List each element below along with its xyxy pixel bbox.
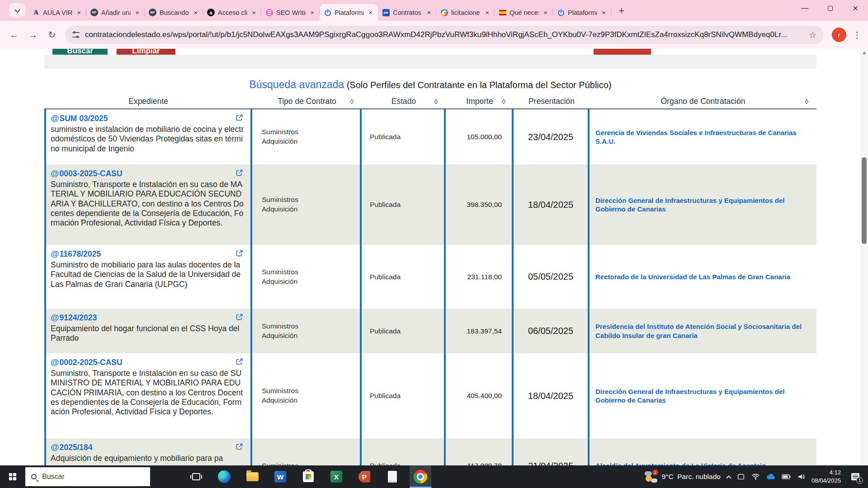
browser-menu-icon[interactable]: ⋮ (852, 30, 863, 40)
tipo-cell: SuministrosAdquisición (252, 309, 362, 353)
close-icon[interactable]: × (250, 9, 257, 16)
close-icon[interactable]: × (75, 9, 82, 16)
external-link-icon[interactable] (236, 169, 243, 178)
organo-link[interactable]: Gerencia de Viviendas Sociales e Infraes… (595, 128, 810, 146)
scroll-up-arrow-icon[interactable] (860, 49, 868, 57)
tab-anadir-una[interactable]: RP Añadir una × (86, 4, 145, 21)
close-icon[interactable]: × (134, 9, 141, 16)
taskbar-search-box[interactable]: Buscar (25, 467, 150, 486)
results-title: Búsqueda avanzada (Solo Perfiles del Con… (44, 79, 816, 91)
sort-icon[interactable]: ◊ (350, 98, 354, 105)
forward-button[interactable]: → (24, 26, 42, 43)
page-scrollbar[interactable] (860, 49, 868, 465)
busqueda-avanzada-link[interactable]: Búsqueda avanzada (249, 79, 344, 90)
organo-cell: Dirección General de Infraestructuras y … (590, 353, 816, 438)
volume-icon[interactable] (797, 473, 805, 480)
powerpoint-button[interactable]: P (354, 465, 375, 488)
tab-plataforma-active[interactable]: Plataforma × (320, 4, 378, 21)
at-icon: @ (51, 313, 59, 322)
wifi-icon[interactable] (751, 473, 760, 480)
onedrive-icon[interactable] (766, 474, 775, 480)
chrome-icon (414, 470, 427, 483)
rp-icon: RP (149, 9, 156, 16)
tray-expand-icon[interactable] (726, 475, 731, 480)
a-circle-icon: a (207, 9, 215, 16)
action-center-button[interactable]: 1 (847, 465, 863, 488)
estado-cell: Publicada (362, 438, 446, 465)
organo-link[interactable]: Presidencia del Instituto de Atención So… (595, 322, 810, 340)
reload-button[interactable]: ↻ (43, 26, 61, 43)
back-button[interactable]: ← (5, 26, 23, 43)
new-tab-button[interactable]: + (615, 5, 628, 17)
excel-button[interactable]: X (326, 465, 347, 488)
minimize-button[interactable]: — (792, 0, 817, 16)
expediente-link[interactable]: @0003-2025-CASU (51, 169, 123, 178)
site-settings-icon[interactable] (72, 32, 80, 38)
tab-plataforma-2[interactable]: Plataforma × (553, 4, 611, 21)
tab-acceso-cliente[interactable]: a Acceso clie × (203, 4, 261, 21)
chrome-button-active[interactable] (410, 465, 431, 488)
tab-licitaciones[interactable]: licitacione × (436, 4, 495, 21)
close-icon[interactable]: × (542, 9, 549, 16)
close-icon[interactable]: × (367, 9, 374, 16)
expediente-link[interactable]: @2025/184 (51, 443, 93, 452)
estado-cell: Publicada (362, 109, 446, 164)
file-explorer-button[interactable] (241, 465, 263, 488)
expediente-link[interactable]: @SUM 03/2025 (51, 114, 108, 123)
tab-que-necesitas[interactable]: Qué neces × (495, 4, 553, 21)
external-link-icon[interactable] (236, 249, 243, 259)
sort-icon[interactable]: ◊ (502, 98, 505, 105)
maximize-button[interactable] (817, 0, 843, 16)
external-link-icon[interactable] (236, 443, 243, 452)
organo-link[interactable]: Dirección General de Infraestructuras y … (595, 196, 810, 214)
edge-taskbar-button[interactable] (213, 465, 235, 488)
bookmark-star-icon[interactable]: ☆ (809, 30, 816, 40)
start-button[interactable] (0, 465, 25, 488)
profile-avatar[interactable]: r (832, 28, 846, 42)
weather-widget[interactable]: 1 9°C Parc. nublado (645, 470, 721, 483)
expediente-link[interactable]: @11678/2025 (51, 249, 101, 258)
close-window-button[interactable]: × (843, 0, 868, 16)
tab-buscando[interactable]: RP Buscando × (145, 4, 203, 21)
expediente-link[interactable]: @0002-2025-CASU (51, 358, 123, 367)
external-link-icon[interactable] (236, 114, 243, 123)
sort-icon[interactable]: ◊ (434, 98, 438, 105)
contract-description: Adquisición de equipamiento y mobiliario… (51, 454, 244, 463)
device-icon[interactable] (737, 473, 745, 481)
scrollbar-thumb[interactable] (862, 157, 867, 244)
task-view-button[interactable] (185, 465, 207, 488)
tab-search-button[interactable] (9, 3, 25, 18)
table-row: @SUM 03/2025 suministro e instalación de… (44, 109, 816, 164)
battery-icon[interactable] (782, 474, 791, 479)
expediente-link[interactable]: @9124/2023 (51, 313, 97, 322)
importe-cell: 405.400,00 (446, 353, 514, 438)
organo-link[interactable]: Alcaldía del Ayuntamiento de La Victoria… (595, 461, 766, 465)
tab-seo-writing[interactable]: SEO Writin × (261, 4, 320, 21)
url-text[interactable]: contrataciondelestado.es/wps/portal/!ut/… (85, 30, 803, 39)
close-icon[interactable]: × (600, 9, 607, 16)
tab-contratos[interactable]: pw Contratos × (378, 4, 436, 21)
notepad-button[interactable] (382, 465, 403, 488)
tab-title: AULA VIRT (43, 9, 72, 16)
close-icon[interactable]: × (192, 9, 199, 16)
close-icon[interactable]: × (425, 9, 432, 16)
organo-link[interactable]: Dirección General de Infraestructuras y … (595, 387, 810, 405)
at-icon: @ (51, 357, 59, 367)
word-button[interactable]: W (269, 465, 291, 488)
clock[interactable]: 4:12 08/04/2025 (811, 469, 841, 484)
tab-title: Plataforma (335, 9, 364, 16)
microsoft-store-button[interactable] (297, 465, 319, 488)
organo-link[interactable]: Rectorado de la Universidad de Las Palma… (595, 272, 790, 282)
address-bar[interactable]: contrataciondelestado.es/wps/portal/!ut/… (65, 26, 824, 44)
close-icon[interactable]: × (484, 9, 491, 16)
sort-icon[interactable]: ◊ (805, 98, 808, 105)
tab-aula-virtual[interactable]: A AULA VIRT × (28, 4, 86, 21)
powerpoint-icon: P (359, 471, 370, 483)
weather-icon: 1 (645, 470, 658, 483)
presentacion-cell: 06/05/2025 (514, 309, 590, 353)
external-link-icon[interactable] (236, 358, 243, 367)
external-link-icon[interactable] (236, 313, 243, 323)
close-icon[interactable]: × (309, 9, 316, 16)
search-placeholder: Buscar (42, 473, 65, 481)
tab-title: Contratos (393, 9, 422, 16)
